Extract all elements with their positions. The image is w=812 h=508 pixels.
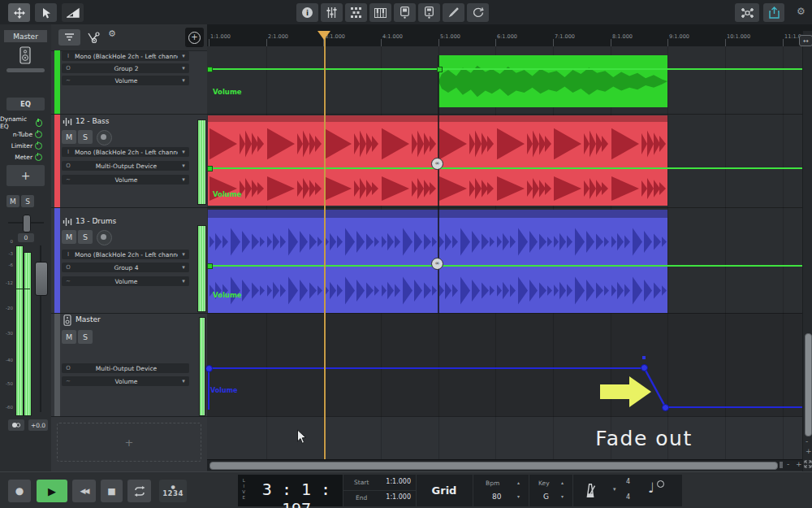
quantize-button[interactable]: ♩ <box>648 480 654 496</box>
move-tool-button[interactable] <box>8 3 30 22</box>
power-icon[interactable] <box>35 131 42 138</box>
solo-button[interactable]: S <box>78 230 93 244</box>
bpm-up-icon[interactable]: ▴ <box>517 480 520 485</box>
horizontal-zoom-button[interactable]: ↔ <box>799 35 812 46</box>
metronome-button[interactable] <box>577 480 603 501</box>
pan-slider-handle[interactable] <box>23 215 31 232</box>
track3-automation-row[interactable]: ~ Volume ▾ <box>62 276 189 286</box>
track2-input-row[interactable]: I Mono (BlackHole 2ch - Left channel) ▾ <box>62 147 189 157</box>
master-automation-line-end[interactable] <box>665 406 802 408</box>
playhead-line[interactable] <box>324 31 326 459</box>
record-arm-button[interactable] <box>97 230 112 245</box>
audio-clip-green[interactable] <box>438 55 667 107</box>
metronome-options-chevron-icon[interactable]: ▾ <box>613 486 616 493</box>
automation-node[interactable] <box>207 166 213 172</box>
mini-zoom-slider[interactable] <box>780 462 783 468</box>
add-track-button[interactable]: + <box>185 28 204 47</box>
record-arm-button[interactable] <box>97 130 112 145</box>
loop-playback-button[interactable] <box>127 480 151 502</box>
horizontal-scrollbar[interactable]: - + <box>207 459 812 471</box>
plugin-slot-dynamic-eq[interactable]: Dynamic EQ <box>0 118 42 128</box>
power-icon[interactable] <box>35 154 42 161</box>
solo-button[interactable]: S <box>78 130 93 144</box>
track3-input-row[interactable]: I Mono (BlackHole 2ch - Left channel) ▾ <box>62 250 189 259</box>
master-solo-button[interactable]: S <box>21 195 34 207</box>
zoom-out-button[interactable]: - <box>806 437 808 445</box>
piano-button[interactable] <box>369 3 391 22</box>
settings-gear-icon[interactable]: ⚙ <box>797 6 806 17</box>
info-button[interactable]: i <box>296 3 318 22</box>
count-in-button[interactable]: ● 1234 <box>159 480 187 502</box>
mute-button[interactable]: M <box>62 130 76 144</box>
grid-button[interactable]: Grid <box>416 475 473 506</box>
key-down-icon[interactable]: ▾ <box>561 493 564 499</box>
master-width-slider[interactable] <box>6 68 45 72</box>
clip-boundary[interactable] <box>438 55 439 313</box>
zoom-out-button[interactable]: - <box>787 460 789 468</box>
record-button[interactable]: ● <box>8 480 31 502</box>
time-display-panel[interactable]: LIVE 3 : 1 : 197 <box>238 475 343 506</box>
automation-node[interactable] <box>207 263 213 269</box>
plugin-manager-button[interactable] <box>735 3 759 22</box>
pencil-button[interactable] <box>443 3 464 22</box>
fader-handle[interactable] <box>35 262 48 296</box>
pan-value[interactable]: 0 <box>18 233 34 242</box>
timesig-numerator[interactable]: 4 <box>626 478 630 485</box>
track-settings-gear-icon[interactable]: ⚙ <box>108 28 116 39</box>
time-display[interactable]: 3 : 1 : 197 <box>253 480 340 508</box>
playhead-marker[interactable] <box>317 31 330 40</box>
track4-automation-row[interactable]: ~ Volume ▾ <box>62 376 189 386</box>
track-color-strip[interactable] <box>54 50 60 114</box>
track1-input-row[interactable]: I Mono (BlackHole 2ch - Left channel) ▾ <box>62 51 189 61</box>
device-2-button[interactable] <box>418 3 440 22</box>
bpm-down-icon[interactable]: ▾ <box>517 493 520 499</box>
track-color-strip[interactable] <box>54 115 60 207</box>
device-button[interactable] <box>394 3 416 22</box>
automation-node-blue[interactable] <box>662 404 669 411</box>
track-color-strip[interactable] <box>54 314 60 416</box>
master-automation-line[interactable] <box>208 367 644 369</box>
track-name[interactable]: 13 - Drums <box>76 217 116 225</box>
timesig-denominator[interactable]: 4 <box>626 493 630 501</box>
automation-line-track1[interactable] <box>208 68 802 70</box>
master-lane-background[interactable] <box>207 313 812 416</box>
stop-button[interactable]: ■ <box>101 480 123 502</box>
solo-button[interactable]: S <box>78 330 93 344</box>
clip-join-marker[interactable]: ∞ <box>431 158 443 170</box>
vertical-scrollbar-thumb[interactable] <box>805 333 812 436</box>
automation-mode-button[interactable] <box>85 29 103 46</box>
automation-line-track3[interactable] <box>208 265 802 267</box>
loop-button[interactable] <box>467 3 489 22</box>
plugin-slot-limiter[interactable]: Limiter <box>0 141 42 150</box>
power-icon[interactable] <box>35 142 42 150</box>
track-color-strip[interactable] <box>54 208 60 313</box>
mute-button[interactable]: M <box>62 230 76 244</box>
start-value[interactable]: 1:1.000 <box>386 478 411 485</box>
share-button[interactable] <box>763 3 784 22</box>
automation-node[interactable] <box>437 67 443 72</box>
empty-add-track-area[interactable]: + <box>57 423 201 462</box>
mixer-button[interactable] <box>321 3 343 22</box>
automation-curve-handle[interactable] <box>642 356 646 359</box>
key-value[interactable]: G <box>543 493 549 501</box>
gain-readout[interactable]: +0.0 <box>28 419 48 431</box>
vertical-scrollbar[interactable]: - + <box>802 31 812 471</box>
track4-output-row[interactable]: O Multi-Output Device <box>62 363 189 373</box>
play-button[interactable]: ▶ <box>37 480 67 502</box>
clip-join-marker[interactable]: ∞ <box>431 258 443 270</box>
rewind-button[interactable]: ◀◀ <box>72 480 96 502</box>
track1-automation-row[interactable]: ~ Volume ▾ <box>62 76 189 85</box>
monitor-button[interactable] <box>8 419 24 431</box>
fit-view-icon[interactable] <box>804 460 812 468</box>
bpm-value[interactable]: 80 <box>492 493 501 501</box>
track-name[interactable]: Master <box>76 315 101 323</box>
power-icon[interactable] <box>36 119 42 127</box>
zoom-in-button[interactable]: + <box>796 460 802 468</box>
filter-tracks-button[interactable] <box>58 29 80 46</box>
browser-button[interactable] <box>345 3 367 22</box>
track1-output-row[interactable]: O Group 2 ▾ <box>62 63 189 73</box>
plugin-slot-ntube[interactable]: n-Tube <box>0 129 42 139</box>
track2-output-row[interactable]: O Multi-Output Device ▾ <box>62 161 189 171</box>
plugin-slot-meter[interactable]: Meter <box>0 152 42 162</box>
track3-output-row[interactable]: O Group 4 ▾ <box>62 263 189 272</box>
